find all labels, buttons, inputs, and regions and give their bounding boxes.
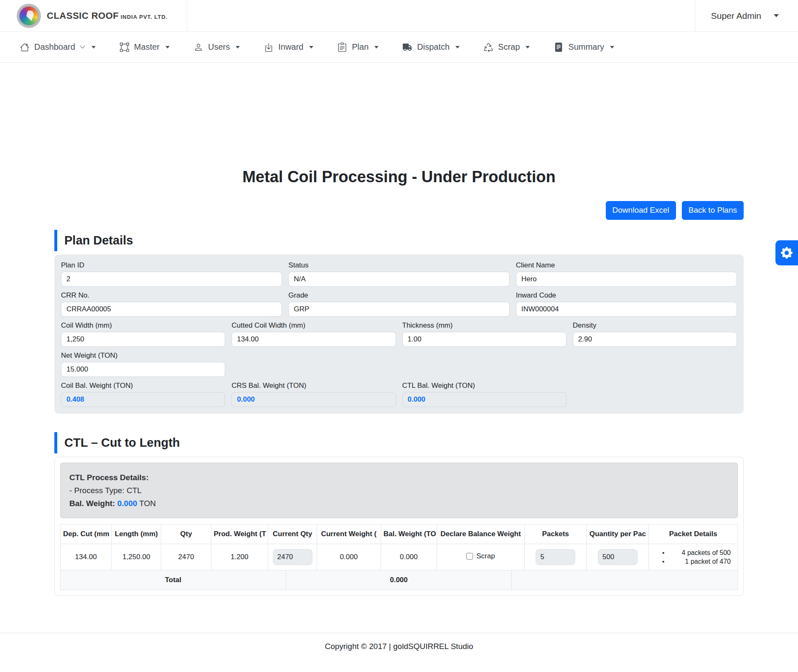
field-plan-id: Plan ID <box>61 261 282 287</box>
table-total-row: Total 0.000 <box>60 570 738 590</box>
thickness-input[interactable] <box>402 332 567 347</box>
col-declare-balance-weight: Declare Balance Weight <box>437 524 525 544</box>
col-qty: Qty <box>161 524 211 544</box>
field-grade: Grade <box>288 291 509 317</box>
col-current-qty: Current Qty <box>268 524 317 544</box>
cell-length: 1,250.00 <box>112 544 161 570</box>
packet-detail-item: • 1 packet of 470 <box>651 557 735 566</box>
coil-bal-weight-input <box>61 392 225 407</box>
status-input[interactable] <box>288 272 509 287</box>
grade-input[interactable] <box>288 302 509 317</box>
col-quantity-per-packet: Quantity per Pac <box>587 524 649 544</box>
company-logo-icon <box>17 4 41 28</box>
client-name-input[interactable] <box>516 272 737 287</box>
cutted-coil-width-label: Cutted Coil Width (mm) <box>231 321 396 330</box>
ctl-bal-weight-line: Bal. Weight: 0.000 TON <box>69 497 729 510</box>
col-dep-cut: Dep. Cut (mm <box>61 524 112 544</box>
nav-label: Dashboard <box>34 42 75 52</box>
crr-no-input[interactable] <box>61 302 282 317</box>
table-header-row: Dep. Cut (mm Length (mm) Qty Prod. Weigh… <box>61 524 738 544</box>
settings-fab-button[interactable] <box>775 240 798 265</box>
chevron-down-icon <box>79 44 86 50</box>
back-to-plans-button[interactable]: Back to Plans <box>682 201 744 220</box>
col-length: Length (mm) <box>112 524 161 544</box>
total-value: 0.000 <box>286 570 512 590</box>
field-net-weight: Net Weight (TON) <box>61 351 225 377</box>
caret-down-icon <box>374 46 379 48</box>
field-coil-width: Coil Width (mm) <box>61 321 225 347</box>
caret-down-icon <box>91 46 96 48</box>
total-empty <box>512 570 738 590</box>
col-bal-weight: Bal. Weight (TO <box>381 524 437 544</box>
coil-width-input[interactable] <box>61 332 225 347</box>
nav-label: Plan <box>352 42 369 52</box>
copyright-text: Copyright © 2017 | goldSQUIRREL Studio <box>325 642 473 651</box>
nav-item-summary[interactable]: Summary <box>554 42 614 52</box>
truck-icon <box>403 43 412 52</box>
bullet-icon: • <box>662 557 668 566</box>
ctl-process-details-box: CTL Process Details: - Process Type: CTL… <box>60 463 738 518</box>
box-arrow-in-down-icon <box>264 43 273 52</box>
packets-input <box>536 549 575 565</box>
col-prod-weight: Prod. Weight (T <box>211 524 268 544</box>
ctl-bal-weight-input <box>402 392 567 407</box>
cell-current-weight: 0.000 <box>317 544 381 570</box>
nav-item-dispatch[interactable]: Dispatch <box>403 42 460 52</box>
inward-code-input[interactable] <box>516 302 737 317</box>
main-content: Metal Coil Processing - Under Production… <box>54 168 744 596</box>
bullet-icon: • <box>662 548 668 557</box>
nav-label: Master <box>134 42 160 52</box>
nav-label: Dispatch <box>417 42 450 52</box>
bal-weight-value: 0.000 <box>117 499 137 508</box>
density-label: Density <box>573 321 737 330</box>
file-text-icon <box>554 43 563 52</box>
field-crr-no: CRR No. <box>61 291 282 317</box>
nav-item-users[interactable]: Users <box>194 42 240 52</box>
plan-id-input[interactable] <box>61 272 282 287</box>
bal-weight-unit: TON <box>139 499 156 508</box>
current-qty-input <box>273 549 313 565</box>
ctl-section: CTL – Cut to Length CTL Process Details:… <box>54 432 744 596</box>
cell-quantity-per-packet <box>587 544 649 570</box>
caret-down-icon <box>309 46 313 48</box>
net-weight-input[interactable] <box>61 362 225 377</box>
footer: Copyright © 2017 | goldSQUIRREL Studio <box>0 633 798 665</box>
col-packets: Packets <box>524 524 587 544</box>
main-nav: Dashboard Master Users Inward Plan Dispa… <box>0 32 798 63</box>
gear-icon <box>781 247 793 259</box>
plan-details-section: Plan Details Plan ID Status Client Name <box>54 230 744 414</box>
cell-qty: 2470 <box>161 544 211 570</box>
coil-width-label: Coil Width (mm) <box>61 321 225 330</box>
brand[interactable]: CLASSIC ROOF INDIA PVT. LTD. <box>0 0 187 31</box>
scrap-checkbox[interactable] <box>466 553 473 560</box>
download-excel-button[interactable]: Download Excel <box>606 201 676 220</box>
nav-item-plan[interactable]: Plan <box>338 42 379 52</box>
field-crs-bal-weight: CRS Bal. Weight (TON) <box>231 382 396 407</box>
person-icon <box>194 43 203 52</box>
nav-item-inward[interactable]: Inward <box>264 42 313 52</box>
col-packet-details: Packet Details <box>649 524 738 544</box>
density-input[interactable] <box>573 332 737 347</box>
recycle-icon <box>484 43 493 52</box>
ctl-table: Dep. Cut (mm Length (mm) Qty Prod. Weigh… <box>60 524 738 570</box>
nav-item-scrap[interactable]: Scrap <box>484 42 530 52</box>
packet-detail-item: • 4 packets of 500 <box>651 548 735 557</box>
app: { "header": { "brand": { "line1": "CLASS… <box>0 0 798 672</box>
ctl-process-type: - Process Type: CTL <box>69 484 729 497</box>
field-inward-code: Inward Code <box>516 291 737 317</box>
nav-item-dashboard[interactable]: Dashboard <box>20 42 96 52</box>
field-status: Status <box>288 261 509 287</box>
plan-details-heading: Plan Details <box>54 230 744 251</box>
ctl-heading: CTL – Cut to Length <box>54 432 744 453</box>
user-menu[interactable]: Super Admin <box>695 0 798 31</box>
cutted-coil-width-input[interactable] <box>231 332 396 347</box>
nav-item-master[interactable]: Master <box>120 42 170 52</box>
ctl-bal-weight-label: CTL Bal. Weight (TON) <box>402 382 567 390</box>
total-label: Total <box>60 570 286 590</box>
cell-dep-cut: 134.00 <box>61 544 112 570</box>
top-header: CLASSIC ROOF INDIA PVT. LTD. Super Admin <box>0 0 798 32</box>
net-weight-label: Net Weight (TON) <box>61 351 225 360</box>
bounding-box-icon <box>120 43 129 52</box>
client-name-label: Client Name <box>516 261 737 270</box>
crs-bal-weight-input <box>231 392 396 407</box>
